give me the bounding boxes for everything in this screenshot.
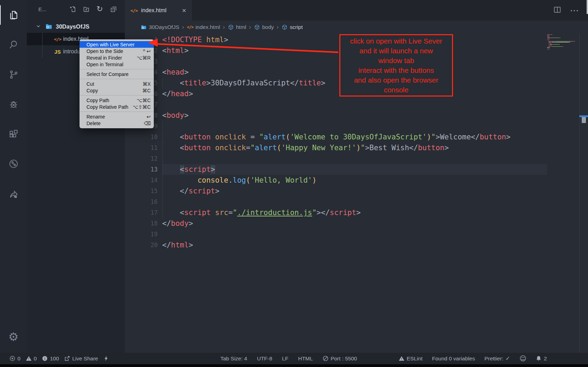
smiley-icon: ☺ <box>520 355 527 362</box>
extensions-icon[interactable] <box>0 124 27 144</box>
bell-icon <box>536 355 542 361</box>
line-number-17: 17 <box>125 207 158 218</box>
minimap[interactable] <box>547 35 579 49</box>
code-line-5[interactable]: <title>30DaysOfJavaScript</title> <box>162 78 325 89</box>
menu-shortcut: ^ ↩ <box>143 48 151 54</box>
menu-separator <box>80 112 154 112</box>
tree-folder-row[interactable]: 30DaysOfJS <box>27 20 125 33</box>
html-file-icon: </> <box>187 25 194 30</box>
folder-icon <box>45 23 53 30</box>
search-icon[interactable] <box>0 35 27 54</box>
menu-item-copy[interactable]: Copy⌘C <box>80 87 154 94</box>
code-line-1[interactable]: <!DOCTYPE html> <box>162 35 228 45</box>
live-share-icon[interactable] <box>0 184 27 204</box>
explorer-header: E... ↻ <box>27 0 125 18</box>
status-prettier[interactable]: Prettier:✓ <box>484 355 510 362</box>
menu-item-open-to-the-side[interactable]: Open to the Side^ ↩ <box>80 48 154 54</box>
menu-item-open-in-terminal[interactable]: Open in Terminal <box>80 61 154 68</box>
line-number-10: 10 <box>125 132 158 143</box>
status-100[interactable]: 100 <box>42 355 59 362</box>
scrollbar-thumb[interactable] <box>582 117 586 123</box>
status-live-share[interactable]: Live Share <box>64 355 98 362</box>
chevron-right-icon: › <box>277 24 279 30</box>
line-number-18: 18 <box>125 218 158 229</box>
menu-item-open-with-live-server[interactable]: Open with Live Server <box>80 41 154 48</box>
status-html[interactable]: HTML <box>298 355 313 362</box>
annotation-text-line: window tab <box>340 56 452 66</box>
new-file-icon[interactable] <box>69 5 76 13</box>
annotation-box: click on open with Live Severand it will… <box>339 34 453 97</box>
code-line-2[interactable]: <html> <box>162 45 189 56</box>
chevron-right-icon: › <box>223 24 225 30</box>
status-found-0-variables[interactable]: Found 0 variables <box>432 355 475 362</box>
remote-explorer-icon[interactable] <box>0 154 27 174</box>
status-bar: 00100Live Share Tab Size: 4UTF-8LFHTMLPo… <box>0 353 588 364</box>
code-line-10[interactable]: <button onclick = "alert('Welcome to 30D… <box>162 132 511 143</box>
line-number-11: 11 <box>125 143 158 153</box>
code-line-18[interactable]: </body> <box>162 218 193 229</box>
code-line-13[interactable]: <script> <box>162 164 215 175</box>
code-line-20[interactable]: </html> <box>162 240 193 251</box>
menu-item-cut[interactable]: Cut⌘X <box>80 81 154 87</box>
menu-item-delete[interactable]: Delete⌫ <box>80 120 154 127</box>
breadcrumb-html[interactable]: html <box>228 24 246 30</box>
code-line-14[interactable]: console.log('Hello, World') <box>162 175 317 186</box>
menu-item-rename[interactable]: Rename↩ <box>80 113 154 120</box>
menu-shortcut: ⌥⌘R <box>137 55 151 61</box>
breadcrumb-30daysofjs[interactable]: 30DaysOfJS <box>141 24 179 30</box>
code-line-11[interactable]: <button onclick="alert('Happy New Year!'… <box>162 143 449 153</box>
files-icon[interactable] <box>0 5 27 25</box>
settings-gear-icon[interactable]: ⚙ <box>0 327 27 346</box>
menu-item-reveal-in-finder[interactable]: Reveal in Finder⌥⌘R <box>80 54 154 61</box>
tab-bar: </> index.html × ⋯ <box>125 0 588 21</box>
tab-index-html[interactable]: </> index.html × <box>125 0 192 21</box>
code-line-8[interactable]: <body> <box>162 110 189 121</box>
breadcrumb-script[interactable]: script <box>281 24 303 30</box>
status-lightning-icon[interactable] <box>103 355 109 361</box>
explorer-actions: ↻ <box>69 5 125 13</box>
warning-filled-icon <box>399 355 405 361</box>
breadcrumb-body[interactable]: body <box>254 24 274 30</box>
menu-shortcut: ⌘X <box>143 81 151 87</box>
breadcrumb-index-html[interactable]: </>index.html <box>187 24 220 30</box>
annotation-text-line: click on open with Live Sever <box>340 36 452 46</box>
folder-icon <box>141 24 147 30</box>
chevron-right-icon: › <box>249 24 251 30</box>
menu-item-copy-relative-path[interactable]: Copy Relative Path⌥⇧⌘C <box>80 104 154 110</box>
info-icon <box>42 355 48 361</box>
status-tab-size-4[interactable]: Tab Size: 4 <box>220 355 247 362</box>
menu-item-copy-path[interactable]: Copy Path⌥⌘C <box>80 97 154 104</box>
status-lf[interactable]: LF <box>282 355 288 362</box>
status-right-group: ESLintFound 0 variablesPrettier:✓☺2 <box>399 353 547 364</box>
annotation-text-line: console <box>340 85 452 95</box>
split-editor-icon[interactable] <box>553 6 561 15</box>
tree-indent-guide <box>42 33 43 58</box>
more-actions-icon[interactable]: ⋯ <box>570 6 579 15</box>
status-2[interactable]: 2 <box>536 355 547 362</box>
code-line-4[interactable]: <head> <box>162 67 189 78</box>
context-menu: Open with Live ServerOpen to the Side^ ↩… <box>80 39 154 128</box>
close-icon[interactable]: × <box>182 7 186 14</box>
collapse-all-icon[interactable] <box>110 5 117 13</box>
refresh-icon[interactable]: ↻ <box>96 5 104 13</box>
source-control-icon[interactable] <box>0 65 27 84</box>
annotation-text-line: and also open the browser <box>340 75 452 85</box>
code-line-17[interactable]: <script src="./introduction.js"></script… <box>162 207 361 218</box>
menu-shortcut: ⌫ <box>144 121 151 126</box>
code-line-15[interactable]: </script> <box>162 186 219 197</box>
folder-name: 30DaysOfJS <box>56 23 89 30</box>
status-0[interactable]: 0 <box>26 355 37 362</box>
menu-shortcut: ⌥⌘C <box>137 98 151 103</box>
code-line-6[interactable]: </head> <box>162 89 193 99</box>
status-eslint[interactable]: ESLint <box>399 355 423 362</box>
run-debug-icon[interactable] <box>0 94 27 114</box>
menu-item-select-for-compare[interactable]: Select for Compare <box>80 71 154 77</box>
menu-separator <box>80 69 154 69</box>
menu-shortcut: ↩ <box>146 114 151 120</box>
status-0[interactable]: 0 <box>9 355 21 362</box>
status-utf-8[interactable]: UTF-8 <box>257 355 272 362</box>
status-port-5500[interactable]: Port : 5500 <box>323 355 357 362</box>
new-folder-icon[interactable] <box>82 5 90 13</box>
menu-shortcut: ⌥⇧⌘C <box>133 104 151 110</box>
status-smiley-icon[interactable]: ☺ <box>520 355 527 362</box>
